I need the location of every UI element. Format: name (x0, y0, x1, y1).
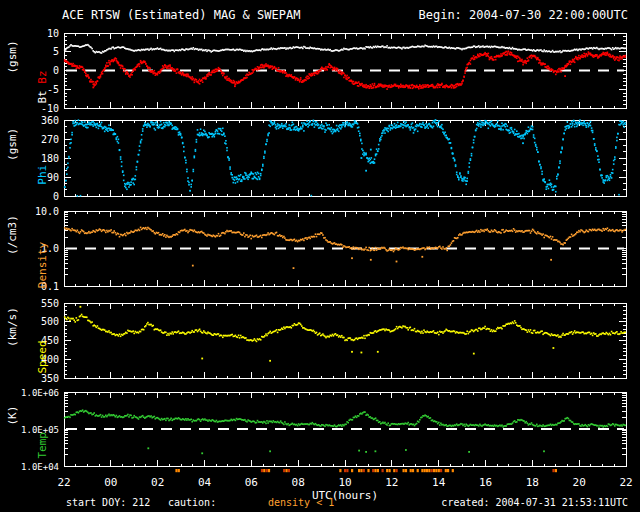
svg-text:00: 00 (104, 476, 117, 489)
plot-canvas: -10-50510Bt Bz(gsm)090180270360Phi(gsm)0… (0, 0, 640, 512)
start-doy-label: start DOY: 212 (66, 497, 150, 508)
ylabel-name-density: Density (36, 241, 49, 288)
created-timestamp: created: 2004-07-31 21:53:11UTC (441, 497, 628, 508)
series-phi-points (64, 119, 626, 197)
svg-text:02: 02 (151, 476, 164, 489)
ylabel-units-phi: (gsm) (6, 128, 19, 161)
series-temp-points (64, 409, 626, 454)
ylabel-name-bt-bz: Bt Bz (36, 70, 49, 103)
svg-text:180: 180 (41, 153, 59, 164)
ylabel-name-speed: Speed (36, 340, 49, 373)
series-speed-points (64, 306, 626, 362)
svg-text:20: 20 (573, 476, 586, 489)
svg-text:1.0E+04: 1.0E+04 (21, 462, 59, 472)
svg-text:22: 22 (57, 476, 70, 489)
svg-text:04: 04 (198, 476, 212, 489)
svg-text:550: 550 (41, 298, 59, 309)
caution-tick-marks (175, 469, 557, 472)
svg-text:10: 10 (338, 476, 351, 489)
panel-bt-bz: -10-50510Bt Bz(gsm) (6, 28, 626, 114)
ylabel-units-temp: (K) (6, 406, 19, 426)
ylabel-units-speed: (km/s) (6, 307, 19, 347)
ylabel-name-temp: Temp (36, 432, 49, 459)
svg-text:08: 08 (292, 476, 305, 489)
series-bt-points (64, 44, 626, 54)
panel-ytick-labels-phi: 090180270360 (41, 115, 59, 202)
svg-text:16: 16 (479, 476, 492, 489)
panel-phi: 090180270360Phi(gsm) (6, 115, 626, 202)
svg-text:1.0E+06: 1.0E+06 (21, 388, 59, 398)
caution-density-value: density < 1 (268, 497, 334, 508)
svg-text:5: 5 (53, 46, 59, 57)
panel-density: 0.11.010.0Density(/cm3) (6, 206, 626, 292)
begin-timestamp: Begin: 2004-07-30 22:00:00UTC (418, 8, 628, 22)
ylabel-units-bt-bz: (gsm) (6, 40, 19, 73)
svg-text:06: 06 (245, 476, 258, 489)
page-title: ACE RTSW (Estimated) MAG & SWEPAM (62, 8, 300, 22)
svg-text:500: 500 (41, 316, 59, 327)
panel-frame-phi (64, 120, 626, 196)
ace-rtsw-plot-window: -10-50510Bt Bz(gsm)090180270360Phi(gsm)0… (0, 0, 640, 512)
ylabel-name-phi: Phi (36, 165, 49, 185)
svg-text:270: 270 (41, 134, 59, 145)
svg-text:0: 0 (53, 191, 59, 202)
ylabel-units-density: (/cm3) (6, 215, 19, 255)
svg-text:18: 18 (526, 476, 539, 489)
svg-text:12: 12 (385, 476, 398, 489)
svg-text:0: 0 (53, 65, 59, 76)
caution-label: caution: (168, 497, 216, 508)
svg-text:14: 14 (432, 476, 446, 489)
svg-text:10: 10 (47, 28, 59, 39)
svg-text:10.0: 10.0 (35, 206, 59, 217)
panel-temp: 1.0E+041.0E+051.0E+06Temp(K) (6, 388, 626, 472)
panel-ticks-phi (64, 120, 626, 196)
svg-text:360: 360 (41, 115, 59, 126)
svg-text:22: 22 (619, 476, 632, 489)
panel-speed: 350400450500550Speed(km/s) (6, 298, 626, 384)
